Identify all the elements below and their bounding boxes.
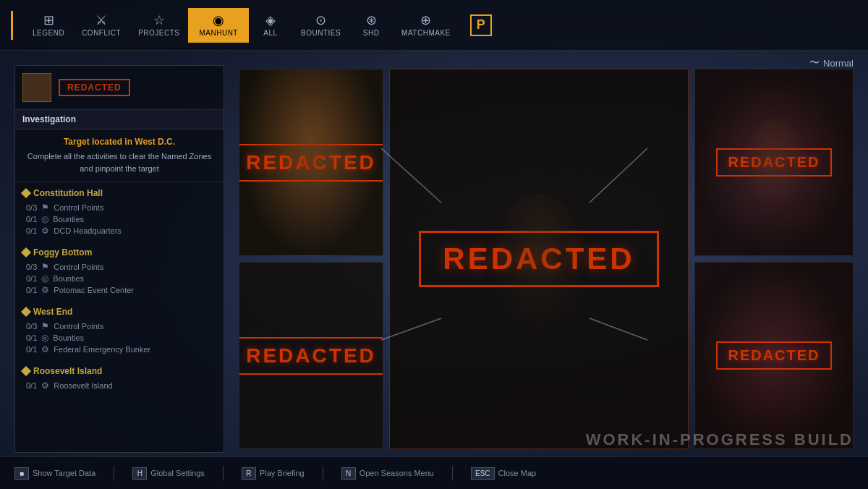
shd-label: SHD	[363, 29, 380, 37]
shadow-figure-top-left	[239, 69, 383, 255]
zone-name-constitution-hall: Constitution Hall	[22, 188, 216, 198]
hotkey-divider-4	[452, 466, 453, 480]
all-label: All	[263, 29, 277, 37]
difficulty-label: Normal	[809, 56, 854, 69]
nav-item-conflict[interactable]: ⚔ Conflict	[73, 10, 129, 41]
target-avatar	[22, 73, 51, 102]
task-bounties-3: 0/1 ◎ Bounties	[22, 332, 216, 344]
nav-item-all[interactable]: ◈ All	[249, 10, 292, 41]
target-icon-3: ◎	[41, 333, 48, 343]
task-control-points-1: 0/3 ⚑ Control Points	[22, 202, 216, 213]
card-top-right[interactable]: REDACTED	[694, 69, 854, 256]
redacted-badge: REDACTED	[59, 79, 130, 96]
zone-foggy-bottom: Foggy Bottom 0/3 ⚑ Control Points 0/1 ◎ …	[22, 247, 216, 296]
task-bounties-2: 0/1 ◎ Bounties	[22, 273, 216, 284]
matchmake-icon: ⊕	[420, 14, 431, 27]
card-bottom-left[interactable]: REDACTED	[239, 262, 383, 449]
nav-accent-bar	[11, 11, 13, 40]
bounties-icon: ⊙	[315, 14, 326, 27]
shadow-figure-center	[390, 69, 688, 448]
hotkey-divider-1	[114, 466, 114, 480]
hotkey-play-briefing: R Play Briefing	[242, 467, 305, 480]
investigation-section-label: Investigation	[15, 110, 224, 129]
hotkey-label-target: Show Target Data	[33, 469, 95, 477]
all-icon: ◈	[265, 14, 276, 27]
zone-name-roosevelt-island: Roosevelt Island	[22, 366, 216, 376]
cards-grid: REDACTED REDACTED REDACTED REDACTED REDA…	[235, 65, 857, 453]
manhunt-icon: ◉	[213, 14, 224, 27]
target-icon-2: ◎	[41, 273, 48, 284]
zone-west-end: West End 0/3 ⚑ Control Points 0/1 ◎ Boun…	[22, 307, 216, 355]
hotkey-close-map: ESC Close Map	[471, 467, 536, 480]
task-control-points-3: 0/3 ⚑ Control Points	[22, 320, 216, 332]
card-bottom-right[interactable]: REDACTED	[694, 262, 854, 449]
nav-item-projects[interactable]: ☆ Projects	[129, 10, 188, 41]
nav-item-matchmake[interactable]: ⊕ Matchmake	[393, 10, 459, 41]
nav-item-manhunt[interactable]: ◉ Manhunt	[188, 8, 249, 43]
redacted-label-bottom-right: REDACTED	[716, 341, 831, 370]
zone-diamond-icon	[21, 188, 31, 198]
nav-item-shd[interactable]: ⊛ SHD	[349, 10, 393, 41]
hotkey-label-close: Close Map	[498, 469, 537, 477]
hotkey-key-target: ■	[14, 467, 29, 480]
p-badge: P	[470, 14, 492, 36]
task-potomac-1: 0/1 ⚙ Potomac Event Center	[22, 284, 216, 296]
hotkey-divider-3	[323, 466, 323, 480]
flag-icon-2: ⚑	[41, 262, 49, 272]
shadow-figure-top-right	[695, 69, 853, 255]
zone-diamond-icon-4	[21, 366, 31, 376]
gear-icon-2: ⚙	[41, 285, 49, 295]
hotkey-show-target: ■ Show Target Data	[14, 467, 95, 480]
nav-item-legend[interactable]: ⊞ Legend	[24, 10, 73, 41]
card-center[interactable]: REDACTED	[389, 69, 689, 449]
gear-icon-3: ⚙	[41, 344, 49, 354]
shd-icon: ⊛	[366, 14, 377, 27]
hotkey-global-settings: H Global Settings	[132, 467, 205, 480]
projects-label: Projects	[138, 29, 179, 37]
bottom-hotkey-bar: ■ Show Target Data H Global Settings R P…	[0, 456, 868, 489]
hotkey-label-briefing: Play Briefing	[260, 469, 305, 477]
hotkey-key-esc: ESC	[471, 467, 495, 480]
wip-watermark: WORK-IN-PROGRESS BUILD	[586, 430, 854, 449]
zone-name-west-end: West End	[22, 307, 216, 317]
gear-icon: ⚙	[41, 226, 49, 236]
task-dcd-1: 0/1 ⚙ DCD Headquarters	[22, 225, 216, 237]
investigation-description: Target located in West D.C. Complete all…	[15, 129, 224, 182]
hotkey-divider-2	[223, 466, 224, 480]
matchmake-label: Matchmake	[401, 29, 451, 37]
flag-icon-3: ⚑	[41, 321, 49, 331]
conflict-label: Conflict	[82, 29, 121, 37]
task-bounties-1: 0/1 ◎ Bounties	[22, 213, 216, 225]
left-panel: REDACTED Investigation Target located in…	[14, 65, 224, 453]
main-content-area: REDACTED REDACTED REDACTED REDACTED REDA…	[235, 65, 857, 453]
nav-item-bounties[interactable]: ⊙ Bounties	[292, 10, 349, 41]
legend-label: Legend	[33, 29, 64, 37]
card-top-left[interactable]: REDACTED	[239, 69, 383, 256]
projects-icon: ☆	[153, 14, 165, 27]
top-navigation: ⊞ Legend ⚔ Conflict ☆ Projects ◉ Manhunt…	[0, 0, 868, 51]
description-text: Complete all the activities to clear the…	[22, 150, 216, 174]
hotkey-label-global: Global Settings	[150, 469, 205, 477]
zone-diamond-icon-3	[21, 307, 31, 317]
task-control-points-2: 0/3 ⚑ Control Points	[22, 261, 216, 273]
zone-constitution-hall: Constitution Hall 0/3 ⚑ Control Points 0…	[22, 188, 216, 237]
panel-header: REDACTED	[15, 66, 224, 110]
zone-roosevelt-island: Roosevelt Island 0/1 ⚙ Roosevelt Island	[22, 366, 216, 391]
zone-diamond-icon-2	[21, 247, 31, 258]
hotkey-key-r: R	[242, 467, 256, 480]
gear-icon-4: ⚙	[41, 380, 49, 391]
redacted-label-bottom-left: REDACTED	[239, 337, 383, 375]
target-icon: ◎	[41, 214, 48, 224]
task-roosevelt-1: 0/1 ⚙ Roosevelt Island	[22, 380, 216, 391]
target-location: Target located in West D.C.	[22, 137, 216, 147]
flag-icon: ⚑	[41, 203, 49, 213]
bounties-label: Bounties	[301, 29, 341, 37]
zone-name-foggy-bottom: Foggy Bottom	[22, 247, 216, 258]
zones-list: Constitution Hall 0/3 ⚑ Control Points 0…	[15, 182, 224, 408]
hotkey-key-n: N	[341, 467, 356, 480]
hotkey-label-seasons: Open Seasons Menu	[359, 469, 434, 477]
hotkey-seasons-menu: N Open Seasons Menu	[341, 467, 434, 480]
task-bunker-1: 0/1 ⚙ Federal Emergency Bunker	[22, 344, 216, 355]
legend-icon: ⊞	[43, 14, 54, 27]
manhunt-label: Manhunt	[199, 29, 238, 37]
